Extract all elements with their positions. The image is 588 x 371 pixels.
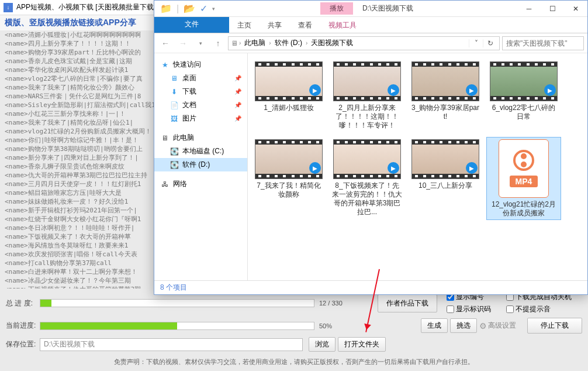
play-badge-icon: ▶: [309, 84, 321, 96]
ribbon-tabs: 文件 主页 共享 查看 视频工具: [154, 17, 587, 33]
play-badge-icon: ▶: [388, 84, 399, 96]
video-thumbnail: ▶: [255, 61, 323, 101]
file-name: 8_下饭视频来了！先来一波剪完的！！仇大哥的开箱种草第3期巴拉巴...: [332, 181, 402, 217]
sidebar-network[interactable]: 🖧网络: [154, 177, 247, 191]
checkmark-icon[interactable]: ✓: [200, 3, 207, 14]
current-progress-text: 50%: [319, 322, 366, 329]
gear-icon: ⚙: [479, 321, 487, 331]
sidebar-drive-c[interactable]: 💽本地磁盘 (C:): [154, 145, 247, 158]
file-item[interactable]: MP412_vlog21忙碌的2月份新成员搬家: [486, 137, 561, 220]
pin-icon: 📌: [234, 102, 241, 108]
file-name: 2_四月上新分享来了！！！！这期！！嗲！！！车专评！: [332, 104, 402, 130]
qat-dropdown-icon[interactable]: ▾: [212, 6, 215, 12]
sidebar-downloads[interactable]: ⬇下载📌: [154, 85, 247, 98]
current-progress-label: 当前进度:: [6, 321, 40, 331]
explorer-sidebar: ★快速访问 🖥桌面📌 ⬇下载📌 📄文档📌 🖼图片📌 🖥此电脑 💽本地磁盘 (C:…: [154, 53, 248, 280]
desktop-icon: 🖥: [170, 74, 179, 83]
browse-button[interactable]: 浏览: [309, 337, 335, 352]
show-id-checkbox[interactable]: 显示标识码: [447, 304, 491, 314]
play-context-tab[interactable]: 播放: [320, 2, 353, 15]
play-badge-icon: ▶: [388, 162, 399, 174]
play-badge-icon: ▶: [466, 162, 478, 174]
sidebar-pictures[interactable]: 🖼图片📌: [154, 112, 247, 125]
advanced-settings-link[interactable]: 高级设置: [488, 321, 516, 331]
chevron-right-icon[interactable]: ›: [238, 40, 242, 46]
back-button[interactable]: ←: [158, 36, 173, 51]
maximize-button[interactable]: ☐: [541, 1, 564, 17]
dropdown-icon[interactable]: ˅: [469, 39, 483, 47]
network-icon: 🖧: [160, 180, 170, 189]
generate-button[interactable]: 生成: [421, 318, 448, 333]
crumb-folder[interactable]: 天图视频下载: [309, 38, 355, 48]
play-badge-icon: ▶: [466, 84, 478, 96]
file-list[interactable]: ▶1_清媚小狐狸妆▶2_四月上新分享来了！！！！这期！！嗲！！！车专评！▶3_购…: [248, 53, 587, 280]
play-badge-icon: ▶: [309, 162, 321, 174]
star-icon: ★: [160, 60, 170, 70]
sidebar-desktop[interactable]: 🖥桌面📌: [154, 71, 247, 85]
minimize-button[interactable]: ─: [517, 1, 541, 17]
file-item[interactable]: ▶10_三八上新分享: [408, 137, 483, 220]
explorer-titlebar[interactable]: 📁 | 📂 ✓ ▾ 播放 D:\天图视频下载 ─ ☐ ✕: [154, 1, 587, 17]
open-folder-button[interactable]: 打开文件夹: [338, 337, 386, 352]
pin-icon: 📌: [234, 88, 241, 95]
pin-icon: 📌: [234, 75, 241, 81]
sidebar-this-pc[interactable]: 🖥此电脑: [154, 131, 247, 145]
close-button[interactable]: ✕: [564, 1, 587, 17]
file-item[interactable]: ▶7_我来了我！精简化妆颜称: [251, 137, 326, 220]
mp4-icon: MP4: [499, 139, 549, 198]
author-download-button[interactable]: 作者作品下载: [378, 294, 437, 312]
download-icon: ⬇: [170, 87, 179, 97]
file-item[interactable]: ▶6_vlog22零七八碎的日常: [486, 59, 561, 132]
drive-icon: 💽: [170, 147, 179, 156]
chevron-right-icon[interactable]: ›: [305, 40, 309, 46]
file-name: 10_三八上新分享: [410, 181, 480, 190]
video-thumbnail: ▶: [411, 61, 479, 101]
forward-button[interactable]: →: [175, 36, 191, 51]
folder-icon: 📁: [160, 3, 172, 14]
no-sound-checkbox[interactable]: 不提提示音: [506, 304, 572, 314]
folder-open-icon[interactable]: 📂: [184, 3, 195, 14]
pick-button[interactable]: 挑选: [450, 318, 477, 333]
file-item[interactable]: ▶3_购物分享39家居part!: [408, 59, 483, 132]
pin-icon: 📌: [234, 115, 241, 122]
file-name: 6_vlog22零七八碎的日常: [489, 104, 559, 121]
video-thumbnail: ▶: [333, 61, 401, 101]
tab-home[interactable]: 主页: [229, 17, 260, 33]
refresh-icon[interactable]: ↻: [483, 39, 497, 47]
play-badge-icon: ▶: [544, 84, 556, 96]
address-row: ← → ▾ ↑ 🖥 › 此电脑 › 软件 (D:) › 天图视频下载 ˅ ↻: [154, 33, 587, 53]
file-item[interactable]: ▶2_四月上新分享来了！！！！这期！！嗲！！！车专评！: [330, 59, 404, 132]
item-count: 8 个项目: [160, 283, 187, 293]
status-bar: 8 个项目: [154, 280, 587, 294]
video-thumbnail: ▶: [490, 61, 558, 101]
current-progress-bar: [40, 322, 314, 330]
drive-icon: 💽: [170, 160, 179, 170]
file-name: 12_vlog21忙碌的2月份新成员搬家: [489, 200, 559, 218]
pc-icon: 🖥: [160, 133, 170, 143]
up-button[interactable]: ↑: [210, 36, 226, 51]
file-item[interactable]: ▶1_清媚小狐狸妆: [251, 59, 326, 132]
sidebar-documents[interactable]: 📄文档📌: [154, 98, 247, 112]
picture-icon: 🖼: [170, 114, 179, 123]
total-progress-text: 12 / 330: [319, 300, 366, 307]
tab-view[interactable]: 查看: [290, 17, 320, 33]
tab-share[interactable]: 共享: [260, 17, 290, 33]
crumb-drive[interactable]: 软件 (D:): [272, 38, 305, 48]
chevron-right-icon[interactable]: ›: [268, 40, 272, 46]
video-thumbnail: ▶: [411, 139, 479, 179]
video-thumbnail: ▶: [255, 139, 323, 179]
address-bar[interactable]: 🖥 › 此电脑 › 软件 (D:) › 天图视频下载 ˅ ↻: [228, 36, 500, 50]
crumb-pc[interactable]: 此电脑: [242, 38, 268, 48]
recent-dropdown[interactable]: ▾: [193, 36, 208, 51]
pc-crumb-icon: 🖥: [231, 39, 238, 47]
stop-download-button[interactable]: 停止下载: [527, 318, 582, 334]
file-item[interactable]: ▶8_下饭视频来了！先来一波剪完的！！仇大哥的开箱种草第3期巴拉巴...: [330, 137, 404, 220]
sidebar-drive-d[interactable]: 💽软件 (D:): [154, 158, 247, 171]
sidebar-quick-access[interactable]: ★快速访问: [154, 58, 247, 71]
save-path-input[interactable]: [40, 338, 303, 351]
tab-video-tools[interactable]: 视频工具: [320, 17, 365, 33]
app-title: APP短视频、小视频下载 [天图视频批量下载: [16, 2, 154, 12]
search-input[interactable]: [502, 36, 584, 50]
video-thumbnail: ▶: [333, 139, 401, 179]
tab-file[interactable]: 文件: [154, 17, 229, 33]
